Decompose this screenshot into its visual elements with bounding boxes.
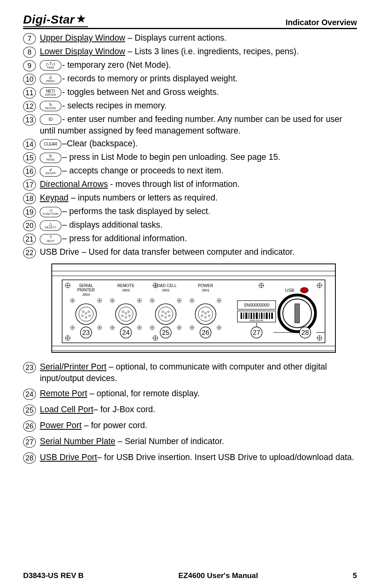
svg-point-96 xyxy=(165,317,166,318)
svg-text:J903: J903 xyxy=(122,288,130,292)
keypad-key-icon: ↻PENS xyxy=(40,153,61,163)
list-item: 13ID- enter user number and feeding numb… xyxy=(23,114,357,136)
item-number: 19 xyxy=(23,206,36,218)
svg-rect-129 xyxy=(243,313,244,319)
svg-rect-128 xyxy=(241,313,242,319)
star-icon: ★ xyxy=(76,13,86,25)
item-body: Keypad – inputs numbers or letters as re… xyxy=(40,192,357,204)
svg-rect-133 xyxy=(253,313,255,319)
item-body: ↻RECIPE- selects recipes in memory. xyxy=(40,100,357,112)
list-item: 20△SELECT– displays additional tasks. xyxy=(23,219,357,231)
keypad-key-icon: ▷T◁TARE xyxy=(40,60,61,71)
item-number: 18 xyxy=(23,193,36,204)
item-number: 20 xyxy=(23,220,36,231)
list-item: 8Lower Display Window – Lists 3 lines (i… xyxy=(23,46,357,58)
item-number: 21 xyxy=(23,234,36,245)
header-rule xyxy=(23,28,357,29)
svg-point-47 xyxy=(89,315,90,317)
item-number: 8 xyxy=(23,47,36,58)
keypad-key-icon: ?HELP xyxy=(40,234,61,244)
item-number: 27 xyxy=(23,437,36,448)
item-body: USB Drive – Used for data transfer betwe… xyxy=(40,246,357,258)
brand-text: Digi-Star xyxy=(23,13,75,26)
svg-point-144 xyxy=(300,287,308,293)
svg-point-44 xyxy=(88,311,90,313)
svg-text:00000   000   000: 00000 000 000 xyxy=(250,319,263,322)
svg-rect-132 xyxy=(251,313,252,319)
footer-right: 5 xyxy=(353,571,357,580)
list-item: 14CLEAR–Clear (backspace). xyxy=(23,138,357,150)
item-body: Directional Arrows - moves through list … xyxy=(40,179,357,190)
svg-point-73 xyxy=(125,313,127,314)
svg-point-43 xyxy=(82,311,84,313)
item-number: 14 xyxy=(23,139,36,150)
list-item: 16↲ENTER– accepts change or proceeds to … xyxy=(23,165,357,177)
list-item: 25Load Cell Port– for J-Box cord. xyxy=(23,404,357,416)
svg-rect-137 xyxy=(264,313,264,319)
svg-rect-136 xyxy=(261,313,262,319)
svg-point-120 xyxy=(201,315,203,317)
svg-text:23: 23 xyxy=(82,329,90,336)
item-number: 25 xyxy=(23,405,36,416)
list-item: 26Power Port – for power cord. xyxy=(23,420,357,432)
item-body: Lower Display Window – Lists 3 lines (i.… xyxy=(40,46,357,57)
svg-point-98 xyxy=(165,313,166,314)
svg-rect-131 xyxy=(249,313,249,319)
items-list-top: 7Upper Display Window – Displays current… xyxy=(23,32,357,258)
section-title: Indicator Overview xyxy=(286,18,357,27)
page-footer: D3843-US REV B EZ4600 User's Manual 5 xyxy=(23,564,357,580)
svg-rect-147 xyxy=(295,304,300,323)
svg-text:REMOTE: REMOTE xyxy=(118,283,135,288)
item-number: 22 xyxy=(23,247,36,258)
keypad-key-icon: ⎙PRINT xyxy=(40,74,61,84)
list-item: 15↻PENS– press in List Mode to begin pen… xyxy=(23,151,357,163)
item-body: Serial/Printer Port – optional, to commu… xyxy=(40,361,357,384)
list-item: 23Serial/Printer Port – optional, to com… xyxy=(23,361,357,384)
keypad-key-icon: ◁FUNCTION xyxy=(40,207,61,217)
keypad-key-icon: △SELECT xyxy=(40,220,61,231)
list-item: 27Serial Number Plate – Serial Number of… xyxy=(23,436,357,448)
item-body: ID- enter user number and feeding number… xyxy=(40,114,357,136)
item-number: 13 xyxy=(23,114,36,126)
svg-point-70 xyxy=(121,315,123,317)
rear-panel-diagram: SERIALPRINTERJ90423REMOTEJ90324LOAD CELL… xyxy=(46,262,341,356)
item-body: ↲ENTER– accepts change or proceeds to ne… xyxy=(40,165,357,177)
footer-center: EZ4600 User's Manual xyxy=(178,571,258,580)
svg-point-71 xyxy=(125,317,127,318)
svg-text:26: 26 xyxy=(202,329,210,336)
item-number: 16 xyxy=(23,166,36,177)
svg-text:LOAD CELL: LOAD CELL xyxy=(155,283,176,288)
item-body: CLEAR–Clear (backspace). xyxy=(40,138,357,149)
item-body: ↻PENS– press in List Mode to begin pen u… xyxy=(40,151,357,163)
keypad-key-icon: NET/GROSS xyxy=(40,87,61,98)
svg-point-72 xyxy=(129,315,130,317)
list-item: 7Upper Display Window – Displays current… xyxy=(23,32,357,44)
item-body: USB Drive Port– for USB Drive insertion.… xyxy=(40,452,357,463)
svg-rect-135 xyxy=(259,313,260,319)
item-number: 26 xyxy=(23,421,36,432)
svg-point-95 xyxy=(161,315,163,317)
svg-point-93 xyxy=(162,311,164,313)
svg-point-46 xyxy=(85,317,87,318)
item-number: 7 xyxy=(23,33,36,44)
callout-27: 27 xyxy=(253,329,261,336)
list-item: 24Remote Port – optional, for remote dis… xyxy=(23,388,357,400)
svg-point-118 xyxy=(202,311,204,313)
svg-text:J901: J901 xyxy=(202,288,210,292)
list-item: 10⎙PRINT- records to memory or prints di… xyxy=(23,73,357,85)
svg-text:POWER: POWER xyxy=(198,283,213,288)
list-item: 19◁FUNCTION– performs the task displayed… xyxy=(23,206,357,218)
list-item: 12↻RECIPE- selects recipes in memory. xyxy=(23,100,357,112)
svg-rect-130 xyxy=(245,313,247,319)
item-body: Upper Display Window – Displays current … xyxy=(40,32,357,44)
list-item: 18Keypad – inputs numbers or letters as … xyxy=(23,192,357,204)
serial-number-text: SN00000000 xyxy=(244,303,269,307)
items-list-bottom: 23Serial/Printer Port – optional, to com… xyxy=(23,361,357,464)
item-body: ?HELP– press for additional information. xyxy=(40,233,357,244)
svg-point-68 xyxy=(122,311,124,313)
item-number: 9 xyxy=(23,60,36,71)
svg-point-119 xyxy=(208,311,209,313)
item-number: 12 xyxy=(23,101,36,112)
item-number: 24 xyxy=(23,389,36,400)
item-body: Load Cell Port– for J-Box cord. xyxy=(40,404,357,415)
